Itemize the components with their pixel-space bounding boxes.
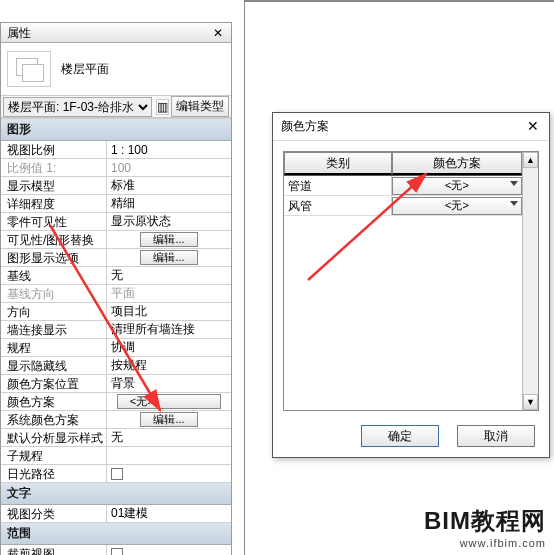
row-view-scale[interactable]: 视图比例1 : 100 [1,141,231,159]
scroll-down-icon[interactable]: ▼ [523,394,538,410]
cell-category: 管道 [284,176,392,195]
close-icon[interactable]: ✕ [211,26,225,40]
checkbox[interactable] [111,468,123,480]
dialog-table: 类别 颜色方案 管道 <无> 风管 <无> [284,152,522,410]
color-scheme-dialog: 颜色方案 ✕ 类别 颜色方案 管道 <无> 风管 <无> ▲ ▼ 确定 取消 [272,112,550,458]
row-system-color-scheme[interactable]: 系统颜色方案编辑... [1,411,231,429]
column-scheme[interactable]: 颜色方案 [392,152,522,175]
type-selector[interactable]: 楼层平面 [1,43,231,96]
edit-button[interactable]: 编辑... [140,250,197,265]
filter-icon[interactable]: ▥ [156,99,169,115]
row-sun-path[interactable]: 日光路径 [1,465,231,483]
type-label: 楼层平面 [61,61,109,78]
section-text[interactable]: 文字 [1,483,231,505]
cell-category: 风管 [284,196,392,215]
row-wall-join[interactable]: 墙连接显示清理所有墙连接 [1,321,231,339]
dialog-body: 类别 颜色方案 管道 <无> 风管 <无> ▲ ▼ [283,151,539,411]
properties-panel: 属性 ✕ 楼层平面 楼层平面: 1F-03-给排水 ▥ 编辑类型 图形 视图比例… [0,22,232,555]
row-sub-discipline[interactable]: 子规程 [1,447,231,465]
dialog-titlebar[interactable]: 颜色方案 ✕ [273,113,549,141]
edit-button[interactable]: 编辑... [140,232,197,247]
row-vg-override[interactable]: 可见性/图形替换编辑... [1,231,231,249]
instance-row: 楼层平面: 1F-03-给排水 ▥ 编辑类型 [1,96,231,118]
row-scheme-location[interactable]: 颜色方案位置背景 [1,375,231,393]
row-hidden-lines[interactable]: 显示隐藏线按规程 [1,357,231,375]
watermark-title: BIM教程网 [424,505,546,537]
row-detail-level[interactable]: 详细程度精细 [1,195,231,213]
scroll-up-icon[interactable]: ▲ [523,152,538,168]
cancel-button[interactable]: 取消 [457,425,535,447]
row-display-model[interactable]: 显示模型标准 [1,177,231,195]
watermark: BIM教程网 www.ifbim.com [424,505,546,549]
row-view-class[interactable]: 视图分类01建模 [1,505,231,523]
close-icon[interactable]: ✕ [525,119,541,135]
dialog-title: 颜色方案 [281,118,329,135]
panel-titlebar[interactable]: 属性 ✕ [1,23,231,43]
section-graphics[interactable]: 图形 [1,119,231,141]
scrollbar[interactable]: ▲ ▼ [522,152,538,410]
row-baseline[interactable]: 基线无 [1,267,231,285]
properties-grid: 图形 视图比例1 : 100 比例值 1:100 显示模型标准 详细程度精细 零… [1,118,231,555]
chevron-down-icon [510,201,518,206]
table-row[interactable]: 风管 <无> [284,196,522,216]
row-scale-value: 比例值 1:100 [1,159,231,177]
scheme-combo[interactable]: <无> [392,177,522,195]
row-analysis-style[interactable]: 默认分析显示样式无 [1,429,231,447]
edit-button[interactable]: 编辑... [140,412,197,427]
watermark-url: www.ifbim.com [424,537,546,549]
row-crop-view[interactable]: 裁剪视图 [1,545,231,555]
instance-select[interactable]: 楼层平面: 1F-03-给排水 [3,97,152,117]
chevron-down-icon [510,181,518,186]
row-baseline-dir: 基线方向平面 [1,285,231,303]
type-thumbnail-icon [7,51,51,87]
table-row[interactable]: 管道 <无> [284,176,522,196]
panel-title: 属性 [7,23,31,43]
row-parts-visibility[interactable]: 零件可见性显示原状态 [1,213,231,231]
edit-type-button[interactable]: 编辑类型 [171,96,229,117]
section-extents[interactable]: 范围 [1,523,231,545]
scheme-combo[interactable]: <无> [392,197,522,215]
checkbox[interactable] [111,548,123,556]
column-category[interactable]: 类别 [284,152,392,175]
table-header: 类别 颜色方案 [284,152,522,176]
row-graphic-options[interactable]: 图形显示选项编辑... [1,249,231,267]
row-orientation[interactable]: 方向项目北 [1,303,231,321]
ok-button[interactable]: 确定 [361,425,439,447]
row-discipline[interactable]: 规程协调 [1,339,231,357]
row-color-scheme[interactable]: 颜色方案<无> [1,393,231,411]
scheme-value-button[interactable]: <无> [117,394,221,409]
dialog-buttons: 确定 取消 [361,425,535,447]
